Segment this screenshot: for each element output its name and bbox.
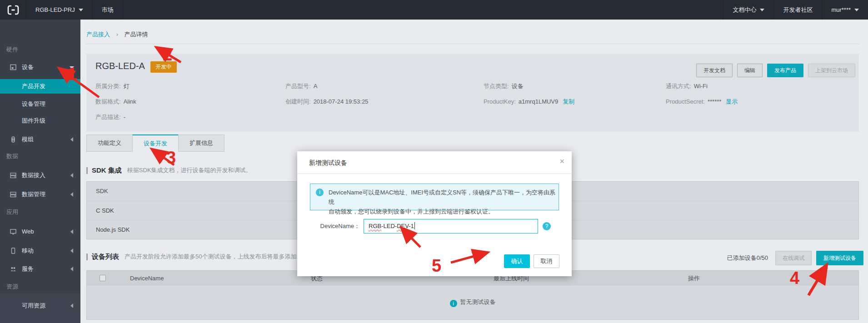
nav-doc-center[interactable]: 文档中心: [723, 0, 773, 20]
close-icon[interactable]: ×: [559, 157, 564, 166]
device-list-controls: 已添加设备0/50 在线调试 新增测试设备: [727, 251, 863, 265]
field-node-type: 节点类型:设备: [484, 80, 524, 93]
chevron-down-icon: [760, 9, 764, 11]
nav-market[interactable]: 市场: [93, 0, 123, 20]
select-all-checkbox[interactable]: [100, 275, 106, 281]
devicename-label: DeviceName：: [297, 219, 360, 234]
info-icon: i: [316, 189, 324, 196]
sidebar-item-module[interactable]: 模组: [0, 132, 80, 147]
field-product-secret: ProductSecret:******显示: [666, 95, 738, 108]
chevron-left-icon: [70, 173, 73, 178]
product-overview-panel: RGB-LED-A 开发中 开发文档 编辑 发布产品 上架到云市场 所属分类:灯…: [86, 54, 859, 132]
help-icon[interactable]: ?: [543, 222, 551, 230]
sidebar-item-data-access[interactable]: 数据接入: [0, 168, 80, 183]
sidebar: 硬件 设备 产品开发 设备管理 固件升级 模组 数据 数据接入 数据管理: [0, 20, 80, 323]
field-data-format: 数据格式:Alink: [95, 95, 136, 108]
product-tabs: 功能定义 设备开发 扩展信息: [86, 134, 224, 152]
sidebar-item-web[interactable]: Web: [0, 224, 80, 239]
breadcrumb-product-access[interactable]: 产品接入: [86, 31, 110, 38]
list-to-market-button: 上架到云市场: [808, 64, 855, 77]
modal-header: 新增测试设备 ×: [297, 151, 572, 174]
database-icon: [10, 191, 17, 198]
product-name: RGB-LED-A: [95, 61, 145, 71]
cancel-button[interactable]: 取消: [534, 254, 559, 268]
aliyun-iot-logo[interactable]: [0, 0, 26, 20]
field-product-key: ProductKey:a1mrq1LMUV9复制: [484, 95, 574, 108]
modal-title: 新增测试设备: [309, 159, 347, 167]
username: mur****: [831, 6, 851, 13]
confirm-button[interactable]: 确认: [504, 254, 530, 268]
tab-extended-info[interactable]: 扩展信息: [178, 134, 224, 152]
info-row-3: 产品描述:-: [86, 111, 859, 124]
section-bar: [86, 167, 88, 174]
device-list-header: 设备列表 产品开发阶段允许添加最多50个测试设备，上线发布后将最多添加1000个…: [86, 252, 333, 261]
product-actions: 开发文档 编辑 发布产品 上架到云市场: [692, 64, 855, 77]
field-model: 产品型号:A: [285, 80, 317, 93]
sidebar-group-data: 数据: [6, 152, 18, 160]
field-category: 所属分类:灯: [95, 80, 130, 93]
divider: [86, 44, 859, 44]
chevron-left-icon: [70, 137, 73, 142]
sidebar-item-firmware[interactable]: 固件升级: [0, 114, 80, 128]
devicename-input[interactable]: RGB-LED-DEV-1: [364, 219, 538, 234]
added-devices-count: 已添加设备0/50: [727, 254, 768, 262]
status-badge: 开发中: [150, 61, 177, 73]
copy-link[interactable]: 复制: [563, 98, 574, 105]
edit-button[interactable]: 编辑: [737, 64, 763, 77]
chevron-down-icon: [70, 66, 74, 69]
modal-info-box: i DeviceName可以是MAC地址、IMEI号或自定义SN等，须确保产品下…: [310, 184, 559, 210]
sidebar-item-data-mgmt[interactable]: 数据管理: [0, 187, 80, 202]
online-debug-button: 在线调试: [775, 251, 812, 265]
nav-developer-community[interactable]: 开发者社区: [773, 0, 822, 20]
info-row-2: 数据格式:Alink 创建时间:2018-07-24 19:53:25 Prod…: [86, 95, 859, 108]
sdk-section-header: SDK 集成 根据SDK集成文档，进行设备端的开发和调试。: [86, 166, 252, 175]
sdk-section-desc: 根据SDK集成文档，进行设备端的开发和调试。: [127, 166, 252, 174]
chevron-left-icon: [70, 229, 73, 234]
device-icon: [10, 64, 17, 71]
sidebar-item-device-mgmt[interactable]: 设备管理: [0, 97, 80, 111]
tab-function-definition[interactable]: 功能定义: [86, 134, 133, 152]
modal-info-text: DeviceName可以是MAC地址、IMEI号或自定义SN等，须确保产品下唯一…: [329, 188, 559, 216]
info-icon: i: [450, 300, 457, 307]
sdk-section-title: SDK 集成: [92, 166, 122, 175]
empty-state-text: 暂无测试设备: [460, 298, 496, 305]
text-cursor: [414, 222, 415, 229]
tab-device-development[interactable]: 设备开发: [132, 134, 179, 152]
sidebar-group-app: 应用: [6, 208, 18, 216]
sidebar-item-resources[interactable]: 可用资源: [0, 298, 80, 313]
breadcrumb: 产品接入 › 产品详情: [86, 30, 148, 39]
database-icon: [10, 172, 17, 179]
people-icon: [10, 265, 17, 273]
chevron-down-icon: [79, 9, 83, 11]
empty-state: i暂无测试设备: [87, 298, 858, 307]
user-menu[interactable]: mur****: [822, 0, 868, 20]
chevron-down-icon: [854, 9, 859, 11]
publish-product-button[interactable]: 发布产品: [767, 64, 803, 77]
chevron-left-icon: [70, 267, 73, 271]
phone-icon: [10, 247, 17, 254]
project-name: RGB-LED-PRJ: [35, 6, 75, 13]
breadcrumb-separator: ›: [116, 31, 118, 38]
field-created-time: 创建时间:2018-07-24 19:53:25: [285, 95, 368, 108]
chevron-left-icon: [70, 303, 73, 308]
sidebar-item-device[interactable]: 设备: [0, 60, 80, 75]
info-row-1: 所属分类:灯 产品型号:A 节点类型:设备 通讯方式:Wi-Fi: [86, 80, 859, 93]
topbar: RGB-LED-PRJ 市场 文档中心 开发者社区 mur****: [0, 0, 868, 20]
sidebar-group-resource: 资源: [6, 283, 18, 291]
section-bar: [86, 253, 88, 260]
sidebar-item-product-dev[interactable]: 产品开发: [0, 79, 80, 94]
col-actions: 操作: [688, 271, 700, 286]
dev-doc-button[interactable]: 开发文档: [696, 64, 733, 77]
project-switcher[interactable]: RGB-LED-PRJ: [26, 0, 93, 20]
chevron-left-icon: [70, 248, 73, 253]
add-test-device-button[interactable]: 新增测试设备: [816, 251, 863, 265]
monitor-icon: [10, 228, 17, 235]
col-devicename: DeviceName: [130, 271, 164, 286]
field-comm-method: 通讯方式:Wi-Fi: [666, 80, 708, 93]
chevron-left-icon: [70, 192, 73, 197]
sidebar-item-mobile[interactable]: 移动: [0, 243, 80, 258]
sidebar-item-service[interactable]: 服务: [0, 262, 80, 276]
device-table-body: i暂无测试设备: [86, 285, 859, 320]
show-link[interactable]: 显示: [726, 98, 738, 105]
breadcrumb-current: 产品详情: [125, 31, 148, 38]
